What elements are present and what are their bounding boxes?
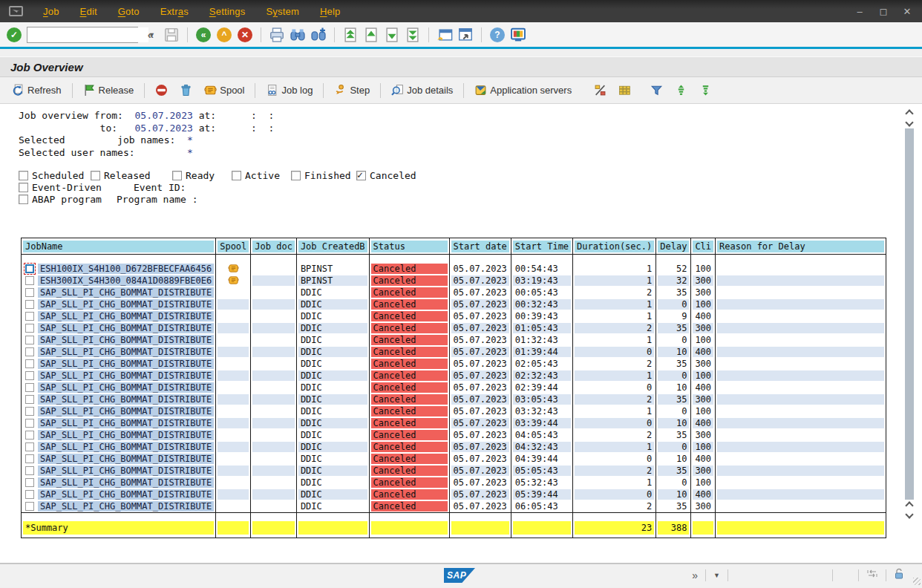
menu-settings[interactable]: Settings — [199, 3, 256, 20]
sort-descending-button[interactable] — [695, 82, 716, 99]
cell-jobname[interactable]: ESH300IX_S4H300_084A1D0889FBE0E6 — [22, 275, 216, 287]
customize-local-layout-icon[interactable] — [510, 27, 526, 43]
sort-ascending-button[interactable] — [670, 82, 692, 99]
row-select-checkbox[interactable] — [25, 442, 34, 451]
spool-button[interactable]: Spool — [200, 82, 249, 99]
new-session-icon[interactable] — [437, 27, 453, 43]
row-select-checkbox[interactable] — [25, 300, 34, 309]
event-driven-checkbox[interactable] — [19, 183, 28, 192]
collapse-icon[interactable]: « — [143, 27, 159, 43]
cell-jobname[interactable]: SAP_SLL_PI_CHG_BOMMAT_DISTRIBUTE — [22, 429, 216, 441]
cell-spool[interactable] — [216, 275, 251, 287]
menu-goto[interactable]: Goto — [108, 3, 150, 20]
row-select-checkbox[interactable] — [25, 371, 34, 380]
cell-jobname[interactable]: SAP_SLL_PI_CHG_BOMMAT_DISTRIBUTE — [22, 393, 216, 405]
to-date-value[interactable]: 05.07.2023 — [135, 122, 193, 134]
cell-jobname[interactable]: SAP_SLL_PI_CHG_BOMMAT_DISTRIBUTE — [22, 500, 216, 513]
row-select-checkbox[interactable] — [25, 264, 34, 273]
row-select-checkbox[interactable] — [25, 407, 34, 416]
cell-jobname[interactable]: SAP_SLL_PI_CHG_BOMMAT_DISTRIBUTE — [22, 405, 216, 417]
alv-grid-button[interactable] — [614, 82, 635, 99]
menu-extras[interactable]: Extras — [150, 3, 199, 20]
release-button[interactable]: Release — [79, 82, 139, 99]
delete-button[interactable] — [175, 82, 197, 99]
select-percentage-button[interactable] — [589, 82, 611, 99]
active-checkbox[interactable] — [232, 171, 241, 180]
job-details-button[interactable]: Job details — [387, 82, 457, 99]
last-page-icon[interactable] — [405, 27, 421, 43]
status-list-chevron-icon[interactable]: ▼ — [713, 572, 720, 579]
enter-check-icon[interactable]: ✓ — [6, 27, 22, 43]
cancel-icon[interactable]: ✕ — [237, 27, 253, 43]
command-field[interactable]: ▼ — [27, 27, 138, 43]
scroll-down-icon[interactable] — [905, 118, 913, 126]
status-overflow-icon[interactable]: » — [692, 569, 698, 581]
cell-jobname[interactable]: SAP_SLL_PI_CHG_BOMMAT_DISTRIBUTE — [22, 477, 216, 489]
find-next-icon[interactable] — [310, 27, 327, 43]
cell-jobname[interactable]: SAP_SLL_PI_CHG_BOMMAT_DISTRIBUTE — [22, 322, 216, 334]
scroll-down-icon[interactable] — [905, 510, 913, 518]
cell-jobname[interactable]: SAP_SLL_PI_CHG_BOMMAT_DISTRIBUTE — [22, 453, 216, 465]
row-select-checkbox[interactable] — [25, 347, 34, 356]
user-name-pattern[interactable]: * — [187, 147, 193, 158]
first-page-icon[interactable] — [342, 27, 359, 43]
refresh-button[interactable]: Refresh — [7, 82, 66, 99]
filter-button[interactable] — [646, 82, 667, 99]
row-select-checkbox[interactable] — [25, 419, 34, 428]
step-button[interactable]: Step — [330, 82, 374, 99]
scheduled-checkbox[interactable] — [19, 171, 28, 180]
menu-edit[interactable]: Edit — [70, 3, 108, 20]
system-menu-icon[interactable] — [9, 5, 25, 17]
cell-jobname[interactable]: SAP_SLL_PI_CHG_BOMMAT_DISTRIBUTE — [22, 465, 216, 477]
cell-jobname[interactable]: SAP_SLL_PI_CHG_BOMMAT_DISTRIBUTE — [22, 334, 216, 346]
canceled-checkbox[interactable] — [356, 171, 366, 180]
stop-button[interactable] — [151, 82, 172, 99]
save-icon[interactable] — [163, 27, 180, 43]
row-select-checkbox[interactable] — [25, 478, 34, 487]
cell-jobname[interactable]: SAP_SLL_PI_CHG_BOMMAT_DISTRIBUTE — [22, 441, 216, 453]
finished-checkbox[interactable] — [291, 171, 301, 180]
row-select-checkbox[interactable] — [25, 288, 34, 297]
cell-jobname[interactable]: SAP_SLL_PI_CHG_BOMMAT_DISTRIBUTE — [22, 287, 216, 298]
menu-help[interactable]: Help — [310, 3, 351, 20]
cell-jobname[interactable]: ESH100IX_S4H100_D672BFBECFAA6456 — [22, 263, 216, 275]
minimize-button[interactable]: – — [849, 4, 870, 19]
page-down-icon[interactable] — [384, 27, 400, 43]
row-select-checkbox[interactable] — [25, 431, 34, 440]
row-select-checkbox[interactable] — [25, 454, 34, 463]
row-select-checkbox[interactable] — [25, 490, 34, 499]
menu-system[interactable]: System — [255, 3, 310, 20]
resize-grip[interactable] — [913, 578, 921, 585]
back-icon[interactable]: « — [195, 27, 212, 43]
released-checkbox[interactable] — [91, 171, 100, 180]
scroll-up-icon[interactable] — [905, 501, 913, 509]
cell-jobname[interactable]: SAP_SLL_PI_CHG_BOMMAT_DISTRIBUTE — [22, 358, 216, 370]
ready-checkbox[interactable] — [172, 171, 182, 180]
exit-icon[interactable]: ^ — [216, 27, 232, 43]
row-select-checkbox[interactable] — [25, 502, 34, 511]
row-select-checkbox[interactable] — [25, 312, 34, 321]
cell-jobname[interactable]: SAP_SLL_PI_CHG_BOMMAT_DISTRIBUTE — [22, 382, 216, 393]
find-icon[interactable] — [290, 27, 306, 43]
maximize-button[interactable]: ◻ — [873, 4, 894, 19]
row-select-checkbox[interactable] — [25, 276, 34, 285]
cell-jobname[interactable]: SAP_SLL_PI_CHG_BOMMAT_DISTRIBUTE — [22, 370, 216, 382]
vertical-scrollbar[interactable] — [904, 108, 915, 559]
job-log-button[interactable]: Job log — [261, 82, 317, 99]
cell-jobname[interactable]: SAP_SLL_PI_CHG_BOMMAT_DISTRIBUTE — [22, 310, 216, 322]
command-input[interactable] — [27, 27, 148, 42]
row-select-checkbox[interactable] — [25, 383, 34, 392]
abap-program-checkbox[interactable] — [19, 195, 28, 204]
help-icon[interactable]: ? — [489, 27, 506, 43]
page-up-icon[interactable] — [363, 27, 379, 43]
cell-spool[interactable] — [216, 263, 251, 275]
create-shortcut-icon[interactable] — [457, 27, 474, 43]
cell-jobname[interactable]: SAP_SLL_PI_CHG_BOMMAT_DISTRIBUTE — [22, 346, 216, 358]
print-icon[interactable] — [269, 27, 285, 43]
job-name-pattern[interactable]: * — [187, 134, 193, 146]
scroll-up-icon[interactable] — [905, 109, 913, 117]
cell-jobname[interactable]: SAP_SLL_PI_CHG_BOMMAT_DISTRIBUTE — [22, 489, 216, 500]
row-select-checkbox[interactable] — [25, 336, 34, 344]
row-select-checkbox[interactable] — [25, 324, 34, 333]
menu-job[interactable]: Job — [33, 3, 70, 20]
